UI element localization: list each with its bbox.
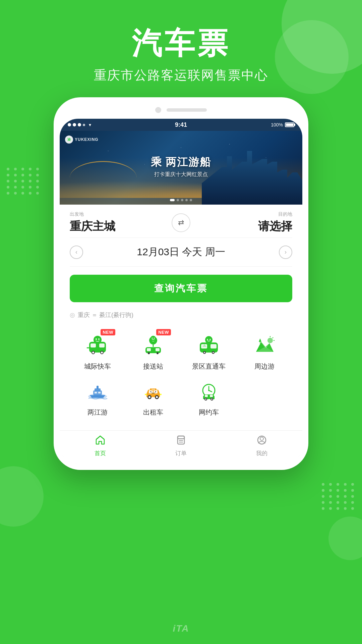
svg-point-47: [148, 396, 150, 398]
svg-rect-22: [210, 344, 217, 348]
banner-main-text: 乘 两江游船: [151, 155, 212, 170]
service-taxi[interactable]: TAXI: [130, 378, 177, 417]
from-city[interactable]: 重庆主城: [70, 219, 166, 234]
switch-icon: ⇄: [178, 218, 184, 227]
to-block[interactable]: 目的地 请选择: [196, 211, 292, 234]
phone-speaker: [167, 108, 207, 112]
service-pickup-station[interactable]: NEW: [130, 332, 177, 371]
svg-point-6: [101, 352, 103, 354]
phone-mockup: ▾ 9:41 100% 渝: [54, 97, 308, 470]
banner-dot-3: [181, 199, 183, 201]
switch-button[interactable]: ⇄: [172, 213, 190, 232]
nearby-tour-icon: [253, 335, 276, 355]
rideshare-label: 网约车: [199, 408, 219, 417]
svg-point-9: [98, 338, 100, 340]
date-section[interactable]: ‹ 12月03日 今天 周一 ›: [70, 238, 292, 267]
from-to-section[interactable]: 出发地 重庆主城 ⇄ 目的地 请选择: [70, 205, 292, 238]
svg-rect-1: [90, 343, 96, 347]
app-main-title: 汽车票: [0, 27, 362, 60]
svg-line-33: [273, 337, 273, 338]
banner-logo: 渝 YUKEXING: [65, 136, 99, 144]
service-river-tour[interactable]: 两江游: [74, 378, 121, 417]
svg-point-7: [94, 336, 102, 344]
svg-point-5: [92, 352, 94, 354]
service-city-express[interactable]: NEW: [74, 332, 121, 371]
rideshare-icon-wrap: [194, 378, 224, 405]
scenic-direct-icon-wrap: [194, 332, 224, 359]
nav-home[interactable]: 首页: [60, 435, 140, 457]
svg-text:TAXI: TAXI: [151, 388, 155, 390]
services-section: NEW: [60, 325, 302, 430]
svg-point-68: [260, 437, 263, 440]
date-display: 12月03日 今天 周一: [137, 245, 225, 259]
pickup-station-label: 接送站: [143, 362, 163, 371]
new-badge-pickup: NEW: [156, 329, 171, 335]
svg-point-28: [207, 339, 208, 340]
date-next-button[interactable]: ›: [279, 246, 292, 259]
banner-dot-2: [177, 199, 179, 201]
svg-rect-2: [99, 343, 105, 347]
svg-point-29: [209, 339, 211, 340]
svg-point-62: [211, 398, 213, 400]
service-rideshare[interactable]: 网约车: [185, 378, 232, 417]
svg-rect-51: [145, 394, 147, 395]
rideshare-icon: [197, 381, 221, 401]
profile-label: 我的: [256, 449, 267, 457]
dots-decoration-right: [322, 483, 355, 510]
service-nearby-tour[interactable]: 周边游: [241, 332, 288, 371]
svg-point-30: [267, 338, 273, 343]
phone-camera: [155, 107, 161, 113]
svg-point-61: [205, 398, 206, 400]
wifi-icon: ▾: [89, 122, 91, 127]
search-button[interactable]: 查询汽车票: [70, 275, 292, 302]
orders-icon: [176, 435, 186, 448]
svg-rect-39: [95, 392, 97, 393]
new-badge-city-express: NEW: [101, 329, 115, 335]
svg-rect-14: [156, 348, 160, 351]
svg-rect-34: [260, 342, 260, 343]
watermark: iTA: [173, 623, 189, 634]
dots-decoration-left: [7, 168, 40, 195]
recent-route-text: 重庆 ＝ 綦江(綦行驹): [78, 311, 133, 319]
signal-dot-1: [68, 123, 71, 126]
city-express-icon: [86, 335, 109, 355]
nav-profile[interactable]: 我的: [222, 435, 302, 457]
banner-logo-text: YUKEXING: [75, 137, 99, 142]
battery-icon: [285, 122, 294, 127]
content-area: 出发地 重庆主城 ⇄ 目的地 请选择 ‹ 12月03日 今天 周一 ›: [60, 205, 302, 325]
svg-point-49: [150, 391, 152, 392]
services-row-1: NEW: [70, 332, 292, 371]
banner-dot-5: [190, 199, 192, 201]
status-time: 9:41: [175, 121, 187, 128]
svg-point-25: [204, 352, 205, 353]
pin-icon: ◎: [70, 311, 75, 319]
svg-rect-40: [98, 392, 101, 393]
svg-point-19: [154, 338, 155, 339]
from-block[interactable]: 出发地 重庆主城: [70, 211, 166, 234]
nearby-tour-label: 周边游: [254, 362, 275, 371]
recent-route[interactable]: ◎ 重庆 ＝ 綦江(綦行驹): [70, 308, 292, 325]
bottom-nav: 首页 订单: [60, 430, 302, 464]
home-label: 首页: [95, 449, 106, 457]
nav-orders[interactable]: 订单: [141, 435, 221, 457]
banner-logo-icon: 渝: [65, 136, 73, 144]
nearby-tour-icon-wrap: [249, 332, 280, 359]
river-tour-icon-wrap: [82, 378, 113, 405]
app-sub-title: 重庆市公路客运联网售票中心: [0, 67, 362, 84]
date-prev-button[interactable]: ‹: [70, 246, 83, 259]
banner-text: 乘 两江游船 打卡重庆十大网红景点: [151, 155, 212, 178]
services-row-2: 两江游 TAXI: [70, 378, 292, 417]
svg-point-50: [155, 391, 156, 392]
svg-point-26: [213, 352, 214, 353]
service-scenic-direct[interactable]: 景区直通车: [185, 332, 232, 371]
svg-rect-38: [97, 386, 99, 389]
taxi-icon-wrap: TAXI: [138, 378, 168, 405]
svg-rect-36: [93, 390, 102, 395]
river-tour-icon: [86, 381, 109, 401]
svg-rect-52: [160, 394, 162, 395]
to-city[interactable]: 请选择: [196, 219, 292, 234]
taxi-icon: TAXI: [141, 381, 165, 401]
promo-banner[interactable]: 渝 YUKEXING 乘 两江游船 打卡重庆十大网红景点: [60, 131, 302, 205]
banner-dot-1: [170, 199, 175, 201]
battery-fill: [286, 123, 293, 126]
